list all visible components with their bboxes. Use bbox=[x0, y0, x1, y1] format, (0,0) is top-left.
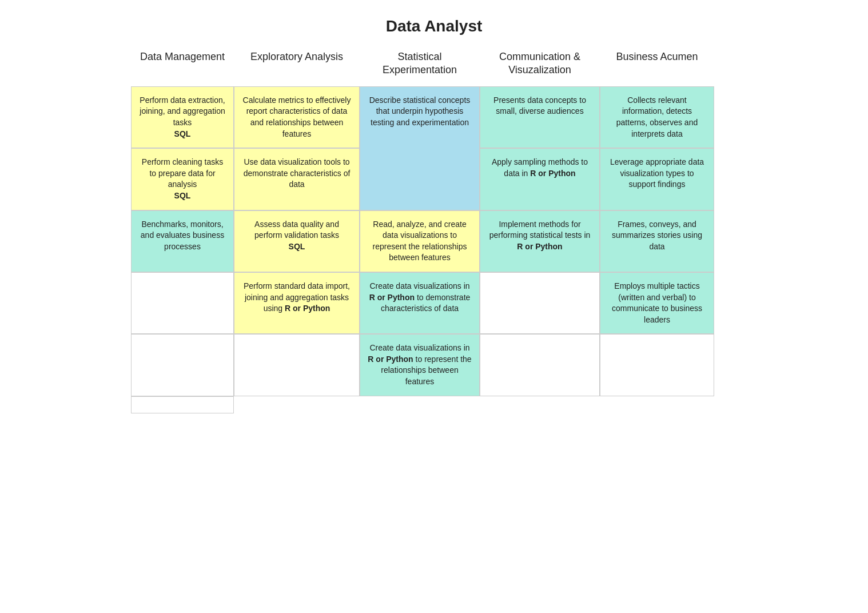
cv-cell-4: Employs multiple tactics (written and ve… bbox=[600, 272, 714, 334]
cv-cell-3: Frames, conveys, and summarizes stories … bbox=[600, 210, 714, 272]
col-header-statistical: StatisticalExperimentation bbox=[360, 46, 480, 86]
page-wrapper: Data Analyst Data Management Exploratory… bbox=[17, 17, 851, 413]
ba-cell-1: Collects relevant information, detects p… bbox=[600, 86, 714, 148]
ba-cell-5-empty bbox=[131, 396, 234, 413]
ea-cell-3: Read, analyze, and create data visualiza… bbox=[360, 210, 480, 272]
ea-cell-1: Calculate metrics to effectively report … bbox=[234, 86, 360, 148]
dm-cell-1: Perform data extraction, joining, and ag… bbox=[131, 86, 234, 148]
dm-cell-3: Assess data quality and perform validati… bbox=[234, 210, 360, 272]
col-header-exploratory: Exploratory Analysis bbox=[234, 46, 360, 86]
ba-cell-4-empty bbox=[131, 334, 234, 396]
ea-cell-5: Create data visualizations in R or Pytho… bbox=[360, 334, 480, 396]
stat-cell-4-empty bbox=[480, 272, 600, 334]
cv-cell-2: Leverage appropriate data visualization … bbox=[600, 148, 714, 210]
dm-cell-5-empty bbox=[234, 334, 360, 396]
col-header-data-management: Data Management bbox=[131, 46, 234, 86]
cv-cell-1: Presents data concepts to small, diverse… bbox=[480, 86, 600, 148]
stat-cell-3: Implement methods for performing statist… bbox=[480, 210, 600, 272]
dm-cell-2: Perform cleaning tasks to prepare data f… bbox=[131, 148, 234, 210]
cv-cell-5-empty bbox=[600, 334, 714, 396]
main-grid: Data Management Exploratory Analysis Sta… bbox=[131, 46, 737, 413]
col-header-business: Business Acumen bbox=[600, 46, 714, 86]
ea-cell-2: Use data visualization tools to demonstr… bbox=[234, 148, 360, 210]
stat-cell-1: Describe statistical concepts that under… bbox=[360, 86, 480, 210]
col-header-comm-viz: Communication &Visuzalization bbox=[480, 46, 600, 86]
stat-cell-5-empty bbox=[480, 334, 600, 396]
page-title: Data Analyst bbox=[17, 17, 851, 35]
stat-cell-2: Apply sampling methods to data in R or P… bbox=[480, 148, 600, 210]
ba-cell-3-empty bbox=[131, 272, 234, 334]
ba-cell-2: Benchmarks, monitors, and evaluates busi… bbox=[131, 210, 234, 272]
ea-cell-4: Create data visualizations in R or Pytho… bbox=[360, 272, 480, 334]
dm-cell-4: Perform standard data import, joining an… bbox=[234, 272, 360, 334]
